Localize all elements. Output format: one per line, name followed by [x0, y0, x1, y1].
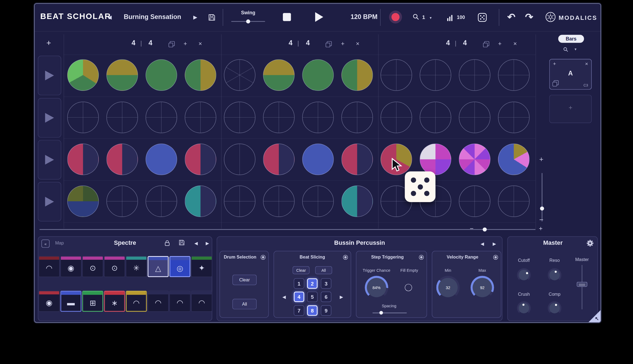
spacing-slider-handle[interactable] — [379, 311, 383, 314]
time-sig-bottom[interactable]: 4 — [461, 39, 468, 47]
beat-cell-r3c3[interactable] — [146, 144, 177, 175]
slice-number-7[interactable]: 7 — [294, 305, 304, 316]
zoom-out-vertical[interactable]: − — [539, 216, 543, 224]
song-prev-button[interactable]: ◀ — [106, 13, 114, 21]
beat-slicing-clear-button[interactable]: Clear — [293, 266, 310, 274]
comp-knob[interactable] — [548, 301, 562, 315]
beat-cell-r3c4[interactable] — [185, 144, 216, 175]
slice-number-2[interactable]: 2 — [307, 278, 318, 289]
horizontal-scrollbar[interactable] — [39, 229, 536, 230]
pattern-slot-empty[interactable]: + — [549, 95, 592, 123]
pattern-close-icon[interactable]: × — [585, 61, 588, 67]
slice-number-1[interactable]: 1 — [294, 278, 304, 289]
beat-cell-r4c7[interactable] — [302, 186, 334, 217]
velocity-meter-button[interactable] — [446, 14, 454, 21]
copy-section-icon[interactable] — [170, 41, 175, 46]
add-section-icon[interactable]: + — [498, 40, 501, 47]
velocity-range-indicator[interactable] — [493, 255, 498, 260]
beat-cell-r3c8[interactable] — [341, 144, 373, 175]
slice-page-next[interactable]: ▶ — [338, 292, 345, 301]
beat-cell-r2c11[interactable] — [459, 102, 490, 133]
song-next-button[interactable]: ▶ — [191, 13, 199, 21]
beat-cell-r1c6[interactable] — [263, 59, 294, 91]
beat-cell-r4c6[interactable] — [263, 186, 294, 217]
beat-cell-r3c5[interactable] — [224, 144, 255, 175]
time-sig-top[interactable]: 4 — [444, 39, 452, 47]
beat-cell-r2c12[interactable] — [498, 102, 529, 133]
instrument-tile-pads[interactable]: ⊞ — [82, 291, 103, 312]
beat-cell-r2c10[interactable] — [420, 102, 451, 133]
velocity-min-knob[interactable]: 32 — [436, 276, 460, 299]
time-sig-bottom[interactable]: 4 — [147, 39, 154, 47]
beat-cell-r2c7[interactable] — [302, 102, 334, 133]
instrument-tile-cymbal2[interactable]: ◠ — [170, 291, 191, 312]
remove-section-icon[interactable]: × — [356, 40, 360, 47]
beat-slicing-all-button[interactable]: All — [315, 266, 332, 274]
beat-cell-r3c11[interactable] — [459, 144, 490, 175]
add-track-button[interactable]: + — [44, 37, 54, 48]
beat-cell-r1c12[interactable] — [498, 59, 529, 91]
drum-prev-button[interactable]: ◀ — [479, 240, 486, 247]
instrument-tile-hihat[interactable]: ◠ — [126, 291, 147, 312]
horizontal-scroll-handle[interactable] — [483, 227, 487, 232]
beat-cell-r1c1[interactable] — [67, 59, 99, 91]
instrument-tile-drum-cymbal[interactable]: ◉ — [60, 256, 81, 277]
slice-number-8[interactable]: 8 — [307, 305, 318, 316]
row-play-button-1[interactable] — [38, 56, 61, 95]
row-play-button-2[interactable] — [38, 98, 61, 138]
instrument-tile-triangle[interactable]: △ — [147, 256, 168, 277]
beat-cell-r2c9[interactable] — [380, 102, 412, 133]
copy-section-icon[interactable] — [484, 41, 489, 46]
add-section-icon[interactable]: + — [341, 40, 345, 47]
beat-cell-r1c8[interactable] — [341, 59, 373, 91]
time-sig-top[interactable]: 4 — [287, 39, 294, 47]
crush-knob[interactable] — [517, 301, 531, 315]
slice-number-4[interactable]: 4 — [294, 292, 304, 302]
beat-cell-r2c8[interactable] — [341, 102, 373, 133]
beat-cell-r4c3[interactable] — [146, 186, 177, 217]
copy-section-icon[interactable] — [327, 41, 332, 46]
instrument-tile-drum-kit[interactable]: ⊙ — [104, 256, 125, 277]
step-triggering-indicator[interactable] — [419, 255, 424, 260]
beat-cell-r2c3[interactable] — [146, 102, 177, 133]
pattern-zoom-button[interactable] — [563, 47, 569, 53]
beat-cell-r3c10[interactable] — [420, 144, 451, 175]
trigger-chance-knob[interactable]: 84% — [365, 276, 388, 299]
instrument-tile-drum-kit[interactable]: ⊙ — [82, 256, 103, 277]
cutoff-knob[interactable] — [517, 268, 531, 282]
pattern-add-icon[interactable]: + — [553, 61, 556, 67]
kit-prev-button[interactable]: ◀ — [192, 240, 200, 247]
spacing-slider[interactable] — [372, 313, 407, 313]
kit-next-button[interactable]: ▶ — [204, 240, 211, 247]
bars-toggle-button[interactable]: Bars — [558, 35, 584, 43]
beat-cell-r3c2[interactable] — [106, 144, 138, 175]
zoom-out-horizontal[interactable]: − — [470, 225, 474, 232]
instrument-tile-snare[interactable]: ▬ — [60, 291, 81, 312]
beat-cell-r1c10[interactable] — [420, 59, 451, 91]
beat-cell-r1c4[interactable] — [185, 59, 216, 91]
pattern-slot-a[interactable]: + × A C3 — [549, 59, 592, 89]
beat-cell-r2c5[interactable] — [224, 102, 255, 133]
beat-cell-r3c12[interactable] — [498, 144, 529, 175]
redo-button[interactable]: ↷ — [523, 10, 535, 24]
beat-cell-r2c2[interactable] — [106, 102, 138, 133]
instrument-tile-cymbal2[interactable]: ◠ — [191, 291, 212, 312]
zoom-in-horizontal[interactable]: + — [539, 225, 543, 232]
instrument-tile-cymbal2[interactable]: ◠ — [147, 291, 168, 312]
row-play-button-4[interactable] — [38, 182, 61, 222]
beat-cell-r1c3[interactable] — [146, 59, 177, 91]
beat-cell-r4c4[interactable] — [185, 186, 216, 217]
drum-next-button[interactable]: ▶ — [491, 240, 498, 247]
remove-section-icon[interactable]: × — [513, 40, 517, 47]
instrument-tile-maracas[interactable]: ✳ — [126, 256, 147, 277]
instrument-tile-clap[interactable]: ∗ — [104, 291, 125, 312]
slice-number-9[interactable]: 9 — [321, 305, 331, 316]
save-kit-button[interactable] — [178, 239, 185, 246]
beat-cell-r1c9[interactable] — [380, 59, 412, 91]
drum-selection-all-button[interactable]: All — [232, 299, 257, 309]
beat-cell-r3c1[interactable] — [67, 144, 99, 175]
drum-selection-indicator[interactable] — [261, 255, 265, 260]
row-play-button-3[interactable] — [38, 140, 61, 180]
beat-cell-r3c7[interactable] — [302, 144, 334, 175]
beat-cell-r4c11[interactable] — [459, 186, 490, 217]
